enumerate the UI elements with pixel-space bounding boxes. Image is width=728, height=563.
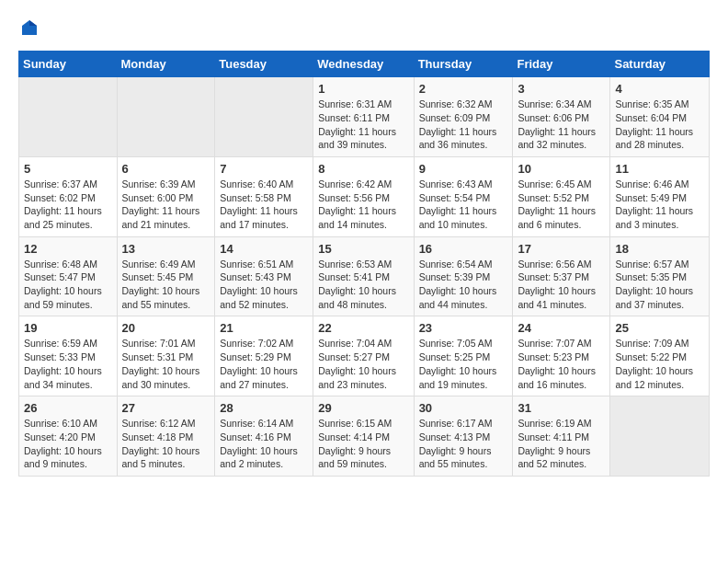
calendar-cell: 9Sunrise: 6:43 AM Sunset: 5:54 PM Daylig… [414,156,513,236]
calendar-cell [19,77,118,157]
day-number: 25 [615,321,704,335]
day-info: Sunrise: 6:56 AM Sunset: 5:37 PM Dayligh… [518,258,605,312]
calendar-cell: 29Sunrise: 6:15 AM Sunset: 4:14 PM Dayli… [313,396,414,477]
day-info: Sunrise: 6:54 AM Sunset: 5:39 PM Dayligh… [419,258,508,312]
day-number: 24 [518,321,605,335]
day-number: 23 [419,321,508,335]
day-info: Sunrise: 6:15 AM Sunset: 4:14 PM Dayligh… [318,417,408,471]
day-info: Sunrise: 6:17 AM Sunset: 4:13 PM Dayligh… [419,417,508,471]
day-number: 29 [318,401,408,415]
calendar-cell: 22Sunrise: 7:04 AM Sunset: 5:27 PM Dayli… [313,316,414,396]
calendar-cell: 31Sunrise: 6:19 AM Sunset: 4:11 PM Dayli… [513,396,610,477]
calendar-cell: 15Sunrise: 6:53 AM Sunset: 5:41 PM Dayli… [313,236,414,316]
day-info: Sunrise: 6:10 AM Sunset: 4:20 PM Dayligh… [24,417,112,471]
day-info: Sunrise: 6:43 AM Sunset: 5:54 PM Dayligh… [419,178,508,232]
day-number: 14 [220,242,308,256]
day-info: Sunrise: 6:42 AM Sunset: 5:56 PM Dayligh… [318,178,408,232]
day-info: Sunrise: 7:02 AM Sunset: 5:29 PM Dayligh… [220,337,308,391]
calendar-cell: 6Sunrise: 6:39 AM Sunset: 6:00 PM Daylig… [117,156,215,236]
day-info: Sunrise: 7:05 AM Sunset: 5:25 PM Dayligh… [419,337,508,391]
calendar-cell: 12Sunrise: 6:48 AM Sunset: 5:47 PM Dayli… [19,236,118,316]
day-info: Sunrise: 6:51 AM Sunset: 5:43 PM Dayligh… [220,258,308,312]
page-header [18,18,710,41]
calendar-table: SundayMondayTuesdayWednesdayThursdayFrid… [18,51,710,477]
weekday-header-row: SundayMondayTuesdayWednesdayThursdayFrid… [19,52,710,77]
day-number: 22 [318,321,408,335]
calendar-cell [610,396,710,477]
weekday-header-saturday: Saturday [610,52,710,77]
calendar-week-row: 19Sunrise: 6:59 AM Sunset: 5:33 PM Dayli… [19,316,710,396]
logo-icon [20,18,39,37]
weekday-header-wednesday: Wednesday [313,52,414,77]
day-number: 7 [220,162,308,176]
day-info: Sunrise: 7:07 AM Sunset: 5:23 PM Dayligh… [518,337,605,391]
calendar-cell [117,77,215,157]
calendar-cell: 1Sunrise: 6:31 AM Sunset: 6:11 PM Daylig… [313,77,414,157]
day-info: Sunrise: 6:48 AM Sunset: 5:47 PM Dayligh… [24,258,112,312]
calendar-week-row: 12Sunrise: 6:48 AM Sunset: 5:47 PM Dayli… [19,236,710,316]
calendar-cell: 24Sunrise: 7:07 AM Sunset: 5:23 PM Dayli… [513,316,610,396]
day-number: 3 [518,82,605,96]
svg-marker-1 [29,20,37,26]
calendar-cell: 25Sunrise: 7:09 AM Sunset: 5:22 PM Dayli… [610,316,710,396]
day-number: 5 [24,162,112,176]
day-number: 16 [419,242,508,256]
day-info: Sunrise: 7:04 AM Sunset: 5:27 PM Dayligh… [318,337,408,391]
calendar-cell: 28Sunrise: 6:14 AM Sunset: 4:16 PM Dayli… [215,396,313,477]
calendar-week-row: 1Sunrise: 6:31 AM Sunset: 6:11 PM Daylig… [19,77,710,157]
calendar-cell: 11Sunrise: 6:46 AM Sunset: 5:49 PM Dayli… [610,156,710,236]
day-info: Sunrise: 6:59 AM Sunset: 5:33 PM Dayligh… [24,337,112,391]
day-number: 10 [518,162,605,176]
calendar-cell: 18Sunrise: 6:57 AM Sunset: 5:35 PM Dayli… [610,236,710,316]
day-number: 1 [318,82,408,96]
day-number: 27 [122,401,210,415]
calendar-week-row: 5Sunrise: 6:37 AM Sunset: 6:02 PM Daylig… [19,156,710,236]
calendar-cell: 8Sunrise: 6:42 AM Sunset: 5:56 PM Daylig… [313,156,414,236]
day-info: Sunrise: 7:01 AM Sunset: 5:31 PM Dayligh… [122,337,210,391]
day-info: Sunrise: 6:35 AM Sunset: 6:04 PM Dayligh… [615,98,704,152]
calendar-cell: 14Sunrise: 6:51 AM Sunset: 5:43 PM Dayli… [215,236,313,316]
day-number: 21 [220,321,308,335]
calendar-cell [215,77,313,157]
day-number: 9 [419,162,508,176]
day-number: 31 [518,401,605,415]
weekday-header-friday: Friday [513,52,610,77]
day-number: 6 [122,162,210,176]
weekday-header-tuesday: Tuesday [215,52,313,77]
day-info: Sunrise: 6:40 AM Sunset: 5:58 PM Dayligh… [220,178,308,232]
day-number: 11 [615,162,704,176]
calendar-cell: 19Sunrise: 6:59 AM Sunset: 5:33 PM Dayli… [19,316,118,396]
calendar-cell: 10Sunrise: 6:45 AM Sunset: 5:52 PM Dayli… [513,156,610,236]
calendar-cell: 21Sunrise: 7:02 AM Sunset: 5:29 PM Dayli… [215,316,313,396]
calendar-cell: 20Sunrise: 7:01 AM Sunset: 5:31 PM Dayli… [117,316,215,396]
calendar-cell: 23Sunrise: 7:05 AM Sunset: 5:25 PM Dayli… [414,316,513,396]
calendar-cell: 13Sunrise: 6:49 AM Sunset: 5:45 PM Dayli… [117,236,215,316]
day-number: 8 [318,162,408,176]
day-number: 12 [24,242,112,256]
calendar-cell: 2Sunrise: 6:32 AM Sunset: 6:09 PM Daylig… [414,77,513,157]
day-info: Sunrise: 6:12 AM Sunset: 4:18 PM Dayligh… [122,417,210,471]
day-info: Sunrise: 6:46 AM Sunset: 5:49 PM Dayligh… [615,178,704,232]
calendar-cell: 17Sunrise: 6:56 AM Sunset: 5:37 PM Dayli… [513,236,610,316]
day-info: Sunrise: 6:31 AM Sunset: 6:11 PM Dayligh… [318,98,408,152]
calendar-cell: 27Sunrise: 6:12 AM Sunset: 4:18 PM Dayli… [117,396,215,477]
day-info: Sunrise: 6:53 AM Sunset: 5:41 PM Dayligh… [318,258,408,312]
calendar-week-row: 26Sunrise: 6:10 AM Sunset: 4:20 PM Dayli… [19,396,710,477]
calendar-cell: 26Sunrise: 6:10 AM Sunset: 4:20 PM Dayli… [19,396,118,477]
weekday-header-sunday: Sunday [19,52,118,77]
day-info: Sunrise: 6:32 AM Sunset: 6:09 PM Dayligh… [419,98,508,152]
day-number: 28 [220,401,308,415]
calendar-cell: 3Sunrise: 6:34 AM Sunset: 6:06 PM Daylig… [513,77,610,157]
day-info: Sunrise: 6:14 AM Sunset: 4:16 PM Dayligh… [220,417,308,471]
day-info: Sunrise: 6:19 AM Sunset: 4:11 PM Dayligh… [518,417,605,471]
day-number: 17 [518,242,605,256]
weekday-header-monday: Monday [117,52,215,77]
day-info: Sunrise: 6:57 AM Sunset: 5:35 PM Dayligh… [615,258,704,312]
day-info: Sunrise: 6:34 AM Sunset: 6:06 PM Dayligh… [518,98,605,152]
day-info: Sunrise: 6:37 AM Sunset: 6:02 PM Dayligh… [24,178,112,232]
day-number: 26 [24,401,112,415]
day-info: Sunrise: 7:09 AM Sunset: 5:22 PM Dayligh… [615,337,704,391]
calendar-cell: 16Sunrise: 6:54 AM Sunset: 5:39 PM Dayli… [414,236,513,316]
day-number: 4 [615,82,704,96]
day-number: 19 [24,321,112,335]
